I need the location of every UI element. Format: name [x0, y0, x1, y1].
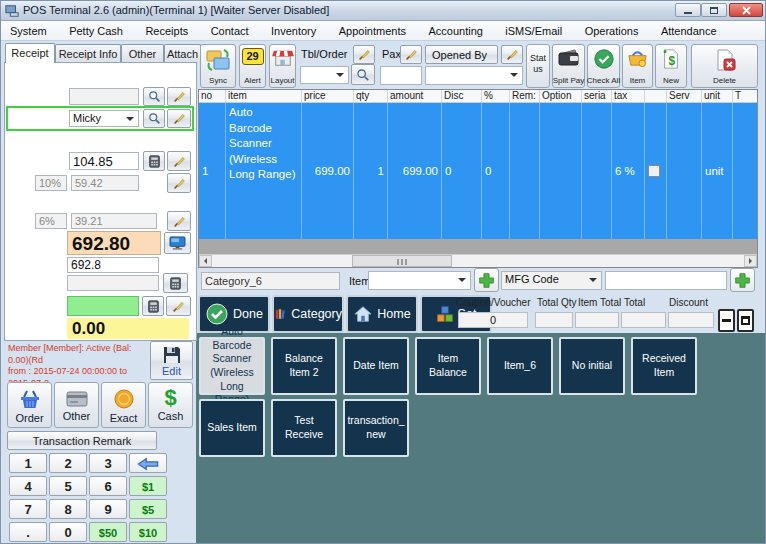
- numpad-7[interactable]: 7: [9, 499, 47, 519]
- item-total-value[interactable]: [575, 312, 619, 328]
- alert-button[interactable]: 29 Alert: [239, 44, 266, 88]
- item-select[interactable]: [368, 271, 471, 290]
- split-pay-button[interactable]: Split Pay: [552, 44, 585, 88]
- round-up-display-button[interactable]: [164, 232, 191, 254]
- transaction-remark-button[interactable]: Transaction Remark: [7, 431, 157, 450]
- numpad-0[interactable]: 0: [49, 522, 87, 542]
- col-unit[interactable]: unit: [702, 90, 733, 102]
- srvc-clear-button[interactable]: [167, 173, 191, 193]
- tbl-order-clear-button[interactable]: [353, 45, 375, 64]
- check-all-button[interactable]: Check All: [587, 44, 620, 88]
- contacts-clear-button[interactable]: [167, 109, 191, 128]
- tendered-calc-button[interactable]: [142, 296, 164, 316]
- col-tax[interactable]: tax: [612, 90, 645, 102]
- col-t[interactable]: T: [733, 90, 757, 102]
- category-input[interactable]: [201, 272, 340, 290]
- col-disc[interactable]: Disc: [442, 90, 482, 102]
- menu-isms-email[interactable]: iSMS/Email: [496, 22, 571, 42]
- col-pct[interactable]: %: [482, 90, 510, 102]
- opened-by-select[interactable]: [425, 66, 523, 85]
- numpad-backspace[interactable]: [129, 453, 167, 473]
- grid-item-sales-item[interactable]: Sales Item: [199, 399, 265, 457]
- tendered-clear-button[interactable]: [166, 296, 191, 316]
- cash-button[interactable]: $ Cash: [148, 382, 193, 428]
- numpad-5[interactable]: 5: [49, 476, 87, 496]
- extra-disc-clear-button[interactable]: [167, 151, 191, 171]
- col-qty[interactable]: qty: [354, 90, 388, 102]
- edit-button[interactable]: Edit: [150, 341, 193, 380]
- tendered-input[interactable]: [67, 296, 139, 316]
- grid-item-auto-barcode[interactable]: Auto Barcode Scanner (Wireless Long Rang…: [199, 337, 265, 395]
- numpad-2[interactable]: 2: [49, 453, 87, 473]
- col-serv[interactable]: Serv: [667, 90, 702, 102]
- tax-pct-input[interactable]: [35, 213, 67, 229]
- minimize-button[interactable]: [675, 3, 701, 17]
- col-amount[interactable]: amount: [388, 90, 442, 102]
- numpad-9[interactable]: 9: [89, 499, 127, 519]
- menu-contact[interactable]: Contact: [202, 22, 258, 42]
- numpad-dollar-5[interactable]: $5: [129, 499, 167, 519]
- new-button[interactable]: $ New: [655, 44, 687, 88]
- srvc-pct-input[interactable]: [35, 175, 67, 191]
- receipt-clear-button[interactable]: [167, 87, 191, 106]
- other-button[interactable]: Other: [54, 382, 99, 428]
- sync-button[interactable]: Sync: [200, 44, 236, 88]
- menu-appointments[interactable]: Appointments: [330, 22, 415, 42]
- menu-accounting[interactable]: Accounting: [419, 22, 491, 42]
- home-button[interactable]: Home: [346, 295, 418, 333]
- menu-inventory[interactable]: Inventory: [262, 22, 325, 42]
- contacts-search-button[interactable]: [143, 109, 165, 128]
- srvc-amount-input[interactable]: [71, 175, 139, 191]
- receipt-search-button[interactable]: [143, 87, 165, 106]
- menu-attendance[interactable]: Attendance: [652, 22, 726, 42]
- grid-item-item-balance[interactable]: Item Balance: [415, 337, 481, 395]
- discount-value[interactable]: [668, 312, 714, 328]
- tab-other[interactable]: Other: [121, 44, 164, 62]
- col-price[interactable]: price: [302, 90, 354, 102]
- col-item[interactable]: item: [226, 90, 302, 102]
- table-row[interactable]: 1 Auto Barcode Scanner (Wireless Long Ra…: [199, 103, 757, 239]
- grid-item-item-6[interactable]: Item_6: [487, 337, 553, 395]
- grid-item-transaction-new[interactable]: transaction_new: [343, 399, 409, 457]
- receipt-input[interactable]: [69, 88, 139, 105]
- delete-button[interactable]: Delete: [691, 44, 758, 88]
- pax-input[interactable]: [380, 66, 422, 85]
- order-button[interactable]: Order: [7, 382, 52, 428]
- col-seria[interactable]: seria: [582, 90, 612, 102]
- scrollbar-thumb[interactable]: [352, 255, 452, 267]
- tbl-order-search-button[interactable]: [351, 64, 375, 85]
- grid-item-no-initial[interactable]: No initial: [559, 337, 625, 395]
- col-check[interactable]: [645, 90, 667, 102]
- total-qty-value[interactable]: [535, 312, 573, 328]
- menu-system[interactable]: System: [1, 22, 56, 42]
- status-button[interactable]: Status: [526, 44, 550, 88]
- tax-clear-button[interactable]: [167, 211, 191, 231]
- numpad-8[interactable]: 8: [49, 499, 87, 519]
- paid-hist-calc-button[interactable]: [163, 273, 188, 293]
- numpad-dollar-50[interactable]: $50: [89, 522, 127, 542]
- numpad-dollar-1[interactable]: $1: [129, 476, 167, 496]
- close-button[interactable]: [729, 3, 763, 17]
- minus-button[interactable]: [718, 309, 735, 332]
- menu-operations[interactable]: Operations: [576, 22, 648, 42]
- tab-attach[interactable]: Attach: [164, 44, 201, 62]
- tab-receipt-info[interactable]: Receipt Info: [55, 44, 121, 62]
- add-item-button[interactable]: [474, 268, 499, 292]
- add-mfg-button[interactable]: [730, 268, 755, 292]
- horizontal-scrollbar[interactable]: [199, 254, 757, 267]
- coupon-voucher-value[interactable]: 0: [458, 312, 528, 328]
- mfg-code-input[interactable]: [605, 271, 727, 290]
- extra-disc-calc-button[interactable]: [143, 151, 165, 171]
- numpad-dot[interactable]: .: [9, 522, 47, 542]
- grid-item-test-receive[interactable]: Test Receive: [271, 399, 337, 457]
- scroll-right-arrow[interactable]: [744, 255, 757, 267]
- numpad-3[interactable]: 3: [89, 453, 127, 473]
- serv-checkbox[interactable]: [648, 165, 660, 177]
- tab-receipt[interactable]: Receipt: [5, 43, 55, 63]
- grid-item-received-item[interactable]: Received Item: [631, 337, 697, 395]
- grid-item-date-item[interactable]: Date Item: [343, 337, 409, 395]
- opened-by-clear-button[interactable]: [501, 45, 523, 64]
- menu-petty-cash[interactable]: Petty Cash: [60, 22, 132, 42]
- tbl-order-select[interactable]: [300, 66, 349, 84]
- exact-button[interactable]: Exact: [101, 382, 146, 428]
